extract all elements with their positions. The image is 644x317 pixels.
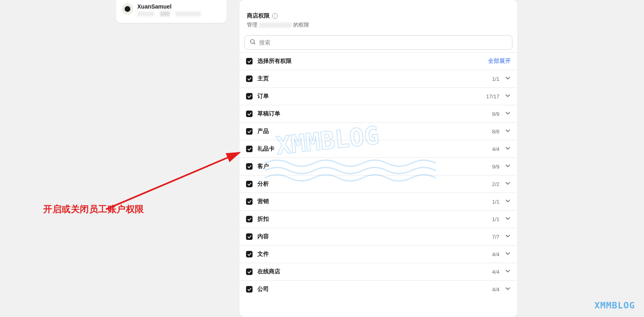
svg-line-1 <box>254 43 255 44</box>
permission-row[interactable]: 订单17/17 <box>240 87 517 105</box>
checkbox-icon[interactable] <box>246 146 253 152</box>
chevron-down-icon[interactable] <box>504 93 511 100</box>
permission-row[interactable]: 产品8/8 <box>240 122 517 140</box>
permission-row[interactable]: 礼品卡4/4 <box>240 140 517 157</box>
checkbox-icon[interactable] <box>246 286 253 293</box>
checkbox-icon[interactable] <box>246 251 253 257</box>
search-input[interactable] <box>259 39 507 46</box>
search-box[interactable] <box>244 35 512 50</box>
permission-label: 折扣 <box>257 215 487 223</box>
user-name: XuanSamuel <box>137 3 221 10</box>
search-icon <box>250 39 256 46</box>
user-card[interactable]: XuanSamuel <box>116 0 226 23</box>
svg-point-0 <box>251 40 254 43</box>
permission-count: 4/4 <box>492 269 499 275</box>
permission-row[interactable]: 营销1/1 <box>240 193 517 210</box>
panel-subtitle: 管理 的权限 <box>247 21 510 29</box>
permission-label: 分析 <box>257 180 487 188</box>
permission-label: 客户 <box>257 163 487 170</box>
permission-count: 2/2 <box>492 181 499 187</box>
permissions-panel: 商店权限 i 管理 的权限 选择所有权限 全部展开 主页1/1订单17/17草稿… <box>240 0 517 317</box>
permission-row[interactable]: 文件4/4 <box>240 245 517 263</box>
checkbox-icon[interactable] <box>246 58 253 64</box>
chevron-down-icon[interactable] <box>504 233 511 240</box>
permission-label: 礼品卡 <box>257 145 487 153</box>
permission-row[interactable]: 主页1/1 <box>240 70 517 87</box>
permission-count: 1/1 <box>492 76 499 82</box>
chevron-down-icon[interactable] <box>504 286 511 293</box>
checkbox-icon[interactable] <box>246 198 253 205</box>
permission-label: 订单 <box>257 93 481 100</box>
chevron-down-icon[interactable] <box>504 110 511 117</box>
permission-count: 4/4 <box>492 146 499 152</box>
permission-count: 7/7 <box>492 234 499 240</box>
user-meta <box>137 11 221 17</box>
expand-all-link[interactable]: 全部展开 <box>488 58 511 65</box>
permission-count: 1/1 <box>492 216 499 222</box>
permission-label: 主页 <box>257 75 487 82</box>
chevron-down-icon[interactable] <box>504 163 511 170</box>
checkbox-icon[interactable] <box>246 163 253 170</box>
checkbox-icon[interactable] <box>246 181 253 187</box>
info-icon[interactable]: i <box>272 13 278 19</box>
chevron-down-icon[interactable] <box>504 128 511 135</box>
svg-line-3 <box>106 153 240 209</box>
chevron-down-icon[interactable] <box>504 198 511 205</box>
permission-label: 在线商店 <box>257 268 487 275</box>
permission-count: 17/17 <box>486 93 499 100</box>
checkbox-icon[interactable] <box>246 93 253 100</box>
permission-row[interactable]: 折扣1/1 <box>240 210 517 228</box>
watermark-logo: XMMBLOG <box>594 300 635 310</box>
checkbox-icon[interactable] <box>246 111 253 117</box>
checkbox-icon[interactable] <box>246 233 253 240</box>
chevron-down-icon[interactable] <box>504 75 511 82</box>
permission-label: 营销 <box>257 198 487 205</box>
permission-count: 4/4 <box>492 251 499 257</box>
panel-title: 商店权限 <box>247 12 270 20</box>
checkbox-icon[interactable] <box>246 75 253 82</box>
permission-label: 产品 <box>257 128 487 135</box>
select-all-label: 选择所有权限 <box>257 58 483 65</box>
permission-row[interactable]: 公司4/4 <box>240 280 517 298</box>
select-all-row[interactable]: 选择所有权限 全部展开 <box>240 52 517 70</box>
checkbox-icon[interactable] <box>246 216 253 222</box>
chevron-down-icon[interactable] <box>504 180 511 188</box>
permission-label: 内容 <box>257 233 487 240</box>
annotation-text: 开启或关闭员工账户权限 <box>43 203 144 215</box>
permission-count: 9/9 <box>492 164 499 170</box>
permission-count: 8/8 <box>492 129 499 135</box>
permission-count: 9/9 <box>492 111 499 117</box>
permission-row[interactable]: 内容7/7 <box>240 228 517 245</box>
chevron-down-icon[interactable] <box>504 215 511 223</box>
permission-label: 文件 <box>257 250 487 258</box>
permission-label: 公司 <box>257 286 487 293</box>
avatar <box>122 3 133 15</box>
permission-row[interactable]: 草稿订单9/9 <box>240 105 517 122</box>
permission-count: 4/4 <box>492 286 499 293</box>
checkbox-icon[interactable] <box>246 128 253 135</box>
chevron-down-icon[interactable] <box>504 268 511 275</box>
permission-label: 草稿订单 <box>257 110 487 117</box>
permission-count: 1/1 <box>492 199 499 205</box>
checkbox-icon[interactable] <box>246 268 253 275</box>
chevron-down-icon[interactable] <box>504 250 511 258</box>
permission-row[interactable]: 在线商店4/4 <box>240 263 517 280</box>
chevron-down-icon[interactable] <box>504 145 511 153</box>
permission-row[interactable]: 分析2/2 <box>240 175 517 193</box>
permission-row[interactable]: 客户9/9 <box>240 157 517 175</box>
